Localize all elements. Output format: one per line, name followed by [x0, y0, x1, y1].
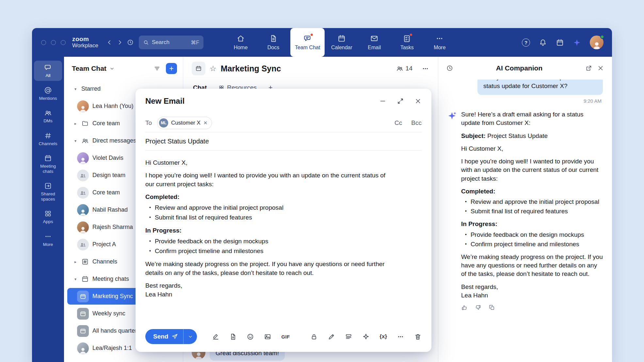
- rail-item-apps[interactable]: Apps: [34, 207, 62, 227]
- minimize-button[interactable]: [379, 98, 386, 105]
- variables-button[interactable]: {x}: [379, 332, 387, 341]
- encrypt-button[interactable]: [310, 332, 318, 341]
- calendar-shortcut-button[interactable]: [556, 38, 564, 47]
- nav-email[interactable]: Email: [359, 28, 390, 57]
- channel-more-button[interactable]: [421, 64, 429, 73]
- copy-icon: [489, 304, 495, 311]
- bullet-item: •Review and approve the initial project …: [461, 198, 603, 206]
- copy-button[interactable]: [489, 304, 495, 311]
- ai-popout-button[interactable]: [585, 65, 592, 72]
- layout-button[interactable]: [345, 332, 352, 341]
- shared-spaces-icon: [44, 182, 52, 190]
- rail-item-dms[interactable]: DMs: [34, 106, 62, 126]
- thumbs-down-button[interactable]: [475, 304, 481, 311]
- star-channel-button[interactable]: ☆: [210, 65, 217, 72]
- plus-icon: +: [169, 65, 173, 72]
- bullet-text: Confirm project timeline and milestones: [471, 240, 579, 249]
- remove-recipient-button[interactable]: ✕: [203, 120, 208, 126]
- signature-text: Lea Hahn: [461, 291, 603, 300]
- rail-label: Apps: [43, 219, 53, 224]
- caret-down-icon[interactable]: ▾: [73, 277, 78, 281]
- channel-header-actions: 14: [396, 64, 429, 73]
- subject-value: Project Status Update: [487, 132, 548, 139]
- chevron-down-icon[interactable]: [109, 66, 115, 71]
- section-label: Starred: [81, 85, 101, 92]
- calendar-icon: [79, 293, 87, 300]
- nav-calendar[interactable]: Calendar: [326, 28, 357, 57]
- rail-item-channels[interactable]: Channels: [34, 129, 62, 149]
- recipient-chip[interactable]: ML Customer X ✕: [157, 117, 212, 129]
- nav-team-chat[interactable]: Team Chat: [290, 28, 325, 57]
- user-avatar[interactable]: [590, 36, 604, 49]
- ai-compose-button[interactable]: [362, 332, 370, 341]
- window-traffic-lights[interactable]: [41, 40, 66, 45]
- nav-docs[interactable]: Docs: [258, 28, 289, 57]
- signature-button[interactable]: [212, 332, 219, 341]
- bcc-button[interactable]: Bcc: [411, 119, 422, 127]
- more-icon: [397, 333, 404, 340]
- nav-tasks[interactable]: Tasks: [391, 28, 423, 57]
- cc-button[interactable]: Cc: [394, 119, 402, 127]
- channels-icon: [81, 258, 89, 265]
- section-label: Core team: [92, 120, 120, 127]
- help-button[interactable]: ?: [522, 38, 530, 47]
- pencil-icon: [328, 333, 335, 340]
- gif-button[interactable]: GIF: [281, 332, 290, 341]
- more-icon: [435, 34, 444, 43]
- to-field[interactable]: To ML Customer X ✕ Cc Bcc: [145, 113, 422, 132]
- expand-button[interactable]: [397, 98, 404, 105]
- rail-item-more[interactable]: More: [34, 230, 62, 250]
- rail-item-mentions[interactable]: Mentions: [34, 83, 62, 104]
- traffic-light-minimize[interactable]: [51, 40, 56, 45]
- forward-button[interactable]: [115, 37, 125, 48]
- search-input[interactable]: Search ⌘F: [139, 36, 203, 49]
- logo-product: Workplace: [72, 43, 98, 49]
- ai-timestamp: 9:20 AM: [447, 98, 602, 104]
- send-options-button[interactable]: [183, 329, 197, 344]
- back-button[interactable]: [104, 37, 115, 48]
- channel-title: Marketing Sync: [221, 64, 281, 73]
- rail-item-meeting-chats[interactable]: Meeting chats: [34, 151, 62, 176]
- ai-companion-button[interactable]: [573, 38, 581, 47]
- caret-down-icon[interactable]: ▾: [73, 139, 78, 143]
- nav-more[interactable]: More: [424, 28, 455, 57]
- ai-close-button[interactable]: [597, 65, 604, 72]
- email-body-editor[interactable]: Hi Customer X, I hope you’re doing well!…: [145, 151, 387, 324]
- emoji-button[interactable]: [247, 332, 254, 341]
- image-button[interactable]: [264, 332, 271, 341]
- caret-down-icon[interactable]: ▾: [73, 87, 78, 91]
- members-button[interactable]: 14: [396, 65, 412, 72]
- ai-response-outro: We’re making steady progress on the proj…: [461, 253, 603, 279]
- ai-response-greeting: Hi Customer X,: [461, 144, 603, 153]
- thumbs-up-button[interactable]: [461, 304, 468, 311]
- traffic-light-close[interactable]: [41, 40, 46, 45]
- send-button[interactable]: Send: [145, 329, 183, 344]
- ai-history-button[interactable]: [446, 65, 453, 72]
- notifications-button[interactable]: [539, 38, 547, 47]
- subject-field[interactable]: Project Status Update: [145, 132, 422, 151]
- top-navigation: Home Docs Team Chat Calendar Email: [225, 28, 455, 57]
- new-email-modal: New Email To ML Customer X ✕ Cc Bcc Proj…: [136, 89, 431, 352]
- sidebar-title[interactable]: Team Chat: [72, 65, 106, 72]
- bullet-text: Review and approve the initial project p…: [471, 198, 599, 206]
- caret-right-icon[interactable]: ▸: [73, 260, 78, 264]
- caret-right-icon[interactable]: ▸: [73, 121, 78, 126]
- email-completed-list: •Review and approve the initial project …: [145, 204, 387, 222]
- avatar: [77, 221, 89, 233]
- item-label: All hands quarterly: [92, 327, 141, 334]
- template-button[interactable]: [229, 332, 237, 341]
- traffic-light-zoom[interactable]: [61, 40, 66, 45]
- discard-draft-button[interactable]: [414, 332, 422, 341]
- new-chat-button[interactable]: +: [166, 63, 177, 74]
- edit-button[interactable]: [328, 332, 335, 341]
- history-button[interactable]: [125, 37, 136, 48]
- close-button[interactable]: [414, 98, 422, 105]
- people-icon: [79, 172, 87, 179]
- rail-item-shared-spaces[interactable]: Shared spaces: [34, 179, 62, 204]
- nav-home[interactable]: Home: [225, 28, 256, 57]
- filter-button[interactable]: [153, 65, 161, 72]
- meeting-avatar: [77, 291, 89, 302]
- more-tools-button[interactable]: [397, 332, 404, 341]
- rail-item-all[interactable]: All: [34, 61, 62, 81]
- ai-response-body-intro: I hope you’re doing well! I wanted to pr…: [461, 157, 603, 183]
